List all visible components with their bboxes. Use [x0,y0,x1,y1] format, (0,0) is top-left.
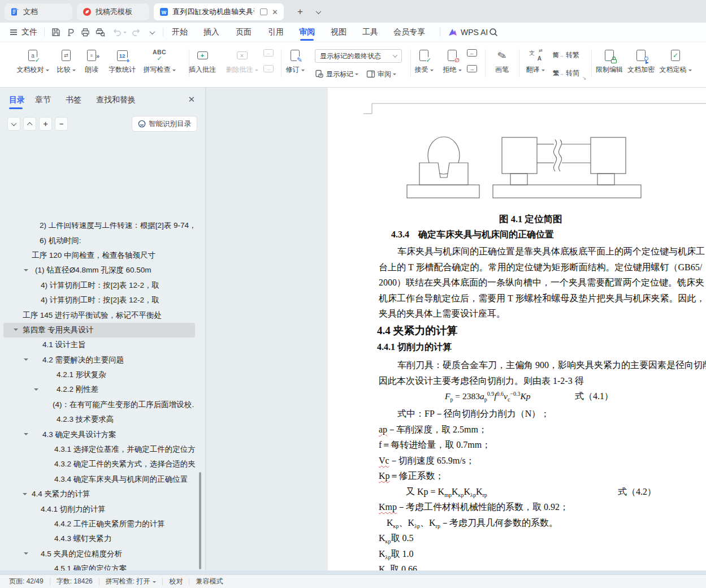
collapse-arrow-icon[interactable] [23,493,27,498]
collapse-arrow-icon[interactable] [14,328,18,333]
export-pdf-icon[interactable] [64,27,77,38]
document-page[interactable]: 图 4.1 定位简图 4.3.4 确定车床夹具与机床间的正确位置 车床夹具与机床… [328,88,706,570]
toc-item[interactable]: 4.2.2 刚性差 [3,382,195,397]
toc-item[interactable]: 4.2.3 技术要求高 [3,412,195,427]
sidebar-tab-contents[interactable]: 目录 [9,91,25,109]
toc-item[interactable]: (1) 钻直径Ø4.8mm 孔深度 60.50m [3,263,195,278]
collapse-arrow-icon[interactable] [34,388,38,393]
smart-toc-button[interactable]: 智能识别目录 [132,116,197,132]
wps-ai-button[interactable]: WPS AI [448,23,488,42]
group-expand-icon[interactable]: ↘ [582,75,587,81]
tab-docer-templates[interactable]: 找稿壳模板 [77,3,149,20]
insert-comment-button[interactable]: + 插入批注 [184,47,220,74]
menu-item-page[interactable]: 页面 [236,23,252,42]
horizontal-scrollbar[interactable] [0,570,706,574]
redo-icon[interactable] [130,27,142,38]
toc-item[interactable]: 4.4.3 螺钉夹紧力 [3,531,195,546]
collapse-arrow-icon[interactable] [24,433,28,438]
save-icon[interactable] [50,27,62,38]
proofread-button[interactable]: 校对 [169,577,183,586]
sidebar-tab-bookmarks[interactable]: 书签 [66,91,81,109]
collapse-all-button[interactable] [23,117,36,131]
menu-item-home[interactable]: 开始 [172,23,188,42]
toc-item[interactable]: 4.2.1 形状复杂 [3,368,195,382]
word-count-indicator[interactable]: 字数: 18426 [57,577,93,586]
chevron-down-icon[interactable] [153,581,156,585]
to-traditional-button[interactable]: 简→ 转繁 [553,49,579,60]
to-simplified-button[interactable]: 繁→ 转简 [553,67,579,79]
pen-button[interactable]: ✎ 画笔 [484,47,520,74]
zoom-in-toc-button[interactable]: ＋ [39,117,52,131]
toolbar-more-icon[interactable] [146,27,158,38]
spell-check-button[interactable]: ABC✓ 拼写检查 [141,47,177,74]
toc-item[interactable]: 4.3.2 确定工件的夹紧方式，选择合适的夹… [3,457,195,472]
dropdown-caret-icon [393,74,396,77]
toc-item[interactable]: 4.5.1 确定的定位方案 [3,561,195,570]
zoom-out-toc-button[interactable]: － [55,117,68,131]
toc-item[interactable]: 4.2 需要解决的主要问题 [3,353,195,368]
print-icon[interactable] [79,27,92,38]
toc-item[interactable]: 工序 120 中间检查，检查各轴颈尺寸 [3,248,195,263]
previous-change-icon[interactable]: ← [467,49,477,57]
toc-item[interactable]: 2) 工件回转速度与工件转速：根据[2]表 9-74，… [3,222,195,233]
print-preview-icon[interactable] [94,27,106,38]
toc-item[interactable]: 4.3.4 确定车床夹具与机床间的正确位置 [3,472,195,487]
markup-state-select[interactable]: 显示标记的最终状态 [315,49,402,63]
next-change-icon[interactable]: → [467,65,477,72]
finalize-button[interactable]: ✓ 文档定稿 [657,47,694,74]
new-tab-button[interactable]: + [293,5,307,19]
menu-item-insert[interactable]: 插入 [203,23,219,42]
tab-home-docs[interactable]: 文档 [5,3,72,20]
translate-button[interactable]: 文A⇄ 翻译 [517,47,553,74]
menu-item-view[interactable]: 视图 [331,23,346,42]
tab-window-icon[interactable] [260,8,267,15]
menu-item-reference[interactable]: 引用 [268,23,284,42]
delete-comment-button[interactable]: × 删除批注 [224,47,260,74]
tab-close-icon[interactable]: ✕ [272,8,278,16]
sidebar-tab-find-replace[interactable]: 查找和替换 [96,91,136,109]
search-icon[interactable] [487,27,500,38]
menu-item-tools[interactable]: 工具 [362,23,378,42]
word-count-button[interactable]: 12+ 字数统计 [104,47,140,74]
tab-current-document[interactable]: W 直列四缸发动机曲轴夹具设计 ✕ [154,3,284,20]
compatibility-mode-indicator[interactable]: 兼容模式 [196,577,223,586]
doc-proof-button[interactable]: a✓ 文档校对 [15,47,51,74]
menu-item-review[interactable]: 审阅 [299,23,315,42]
toc-item[interactable]: 4.4.2 工件正确夹紧所需力的计算 [3,517,195,531]
page-indicator[interactable]: 页面: 42/49 [9,577,44,586]
undo-dropdown-icon[interactable] [121,27,127,38]
tab-list-dropdown[interactable] [311,5,326,19]
sidebar-scrollbar[interactable] [199,472,201,569]
file-menu-label: 文件 [21,27,37,37]
toc-item[interactable]: 4.1 设计主旨 [3,338,195,352]
toc-item[interactable]: 4) 计算切削工时：按[2]表 12-2，取 [3,278,195,293]
toc-item[interactable]: 4.5 夹具的定位精度分析 [3,547,195,561]
review-pane-button[interactable]: 审阅 [366,68,396,80]
toc-item[interactable]: 工序 145 进行动平衡试验，标记不平衡处 [3,308,195,322]
toc-item[interactable]: 6) 机动时间: [3,233,195,248]
file-menu[interactable]: 文件 [9,23,37,42]
collapse-arrow-icon[interactable] [24,269,28,274]
collapse-arrow-icon[interactable] [24,358,28,363]
reject-button[interactable]: ∅ 拒绝 [434,47,470,74]
restrict-edit-button[interactable]: 限制编辑 [591,47,627,74]
toc-item[interactable]: (4)：在有可能产生变形的工序后面增设校… [3,397,195,412]
toc-item[interactable]: 4.4 夹紧力的计算 [3,487,195,501]
toc-item[interactable]: 4.4.1 切削力的计算 [3,501,195,516]
previous-comment-icon[interactable]: ← [263,49,274,57]
toc-item[interactable]: 4) 计算切削工时：按[2]表 12-2，取 [3,293,195,308]
document-area[interactable]: 图 4.1 定位简图 4.3.4 确定车床夹具与机床间的正确位置 车床夹具与机床… [206,88,706,570]
sidebar-close-icon[interactable]: ✕ [188,94,195,105]
toc-item[interactable]: 第四章 专用夹具设计 [3,323,195,338]
sidebar-tab-chapters[interactable]: 章节 [35,91,51,109]
track-changes-button[interactable]: ✎ 修订 [277,47,313,74]
toc-item[interactable]: 4.3 确定夹具设计方案 [3,427,195,442]
menu-item-membership[interactable]: 会员专享 [393,23,425,42]
collapse-arrow-icon[interactable] [24,552,28,557]
spell-check-indicator[interactable]: 拼写检查: 打开 [106,577,150,586]
toc-item[interactable]: 4.3.1 选择定位基准，并确定工件的定位方… [3,442,195,457]
expand-all-button[interactable] [7,117,20,131]
show-markup-button[interactable]: 显示标记 [315,68,358,80]
next-comment-icon[interactable]: → [263,65,274,72]
encrypt-button[interactable]: 文档加密 [623,47,659,74]
